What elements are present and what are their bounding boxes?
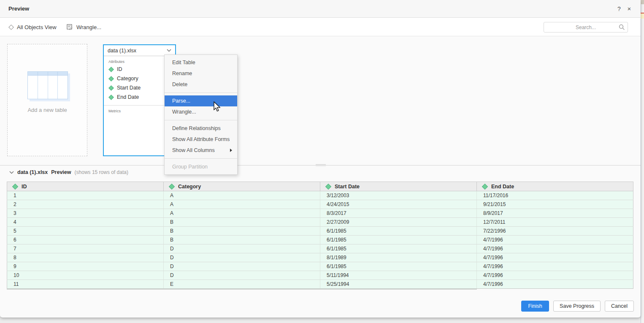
table-cell: 6/1/1985 xyxy=(320,236,477,244)
table-cell: A xyxy=(164,209,320,218)
preview-data-table: IDCategoryStart DateEnd Date 1A3/12/2003… xyxy=(7,182,633,289)
menu-item-show-all-attribute-forms[interactable]: Show All Attribute Forms xyxy=(165,134,237,145)
column-header-label: Category xyxy=(178,184,201,190)
preview-label: Preview xyxy=(51,169,71,175)
save-progress-button[interactable]: Save Progress xyxy=(553,301,601,312)
table-cell: B xyxy=(164,227,320,236)
table-row[interactable]: 4B2/27/200912/7/2011 xyxy=(7,218,633,227)
table-cell: B xyxy=(164,218,320,227)
menu-item-label: Rename xyxy=(172,68,237,79)
table-cell: A xyxy=(164,200,320,209)
table-cell: D xyxy=(164,244,320,253)
table-cell: 4/7/1996 xyxy=(477,244,633,253)
table-row[interactable]: 8D8/1/19894/7/1996 xyxy=(7,253,633,262)
table-row[interactable]: 6B6/1/19854/7/1996 xyxy=(7,236,633,244)
column-header-start-date[interactable]: Start Date xyxy=(320,182,477,191)
table-row[interactable]: 2A4/24/20159/21/2015 xyxy=(7,200,633,209)
menu-item-label: Show All Attribute Forms xyxy=(172,134,237,145)
column-header-end-date[interactable]: End Date xyxy=(477,182,633,191)
cancel-button[interactable]: Cancel xyxy=(605,301,634,312)
attribute-diamond-icon xyxy=(482,183,488,189)
table-row[interactable]: 7D6/1/19854/7/1996 xyxy=(7,244,633,253)
add-table-label: Add a new table xyxy=(8,107,87,113)
menu-item-label: Parse... xyxy=(172,95,237,106)
table-cell: 4/7/1996 xyxy=(477,236,633,244)
attribute-label: ID xyxy=(117,66,122,72)
table-card-name: data (1).xlsx xyxy=(108,48,167,54)
table-cell: 11/17/2016 xyxy=(477,191,633,200)
table-row[interactable]: 10D5/11/19944/7/1996 xyxy=(7,271,633,280)
menu-item-wrangle[interactable]: Wrangle... xyxy=(165,106,237,117)
collapse-chevron-icon[interactable] xyxy=(9,171,14,174)
wrangle-label: Wrangle... xyxy=(76,24,101,30)
table-cell: 4/24/2015 xyxy=(320,200,477,209)
underlying-page-fragment xyxy=(641,0,644,4)
help-icon[interactable]: ? xyxy=(615,5,623,13)
menu-separator xyxy=(165,120,237,120)
attribute-diamond-icon xyxy=(108,76,114,81)
column-header-label: Start Date xyxy=(335,184,360,190)
menu-item-parse[interactable]: Parse... xyxy=(165,95,237,106)
search-icon[interactable] xyxy=(619,24,625,30)
column-header-label: End Date xyxy=(491,184,514,190)
preview-table-name: data (1).xlsx xyxy=(17,169,48,175)
table-cell: E xyxy=(164,280,320,289)
table-row[interactable]: 3A8/3/20178/9/2017 xyxy=(7,209,633,218)
table-cell: 11 xyxy=(7,280,164,289)
table-cell: 3 xyxy=(7,209,164,218)
attribute-diamond-icon xyxy=(169,183,175,189)
table-cell: 4/7/1996 xyxy=(477,280,633,289)
table-cell: 2/27/2009 xyxy=(320,218,477,227)
table-cell: 6/1/1985 xyxy=(320,227,477,236)
table-cell: 9 xyxy=(7,262,164,271)
menu-item-edit-table[interactable]: Edit Table xyxy=(165,57,237,68)
dialog-title: Preview xyxy=(8,5,29,12)
table-header-row: IDCategoryStart DateEnd Date xyxy=(7,182,633,191)
splitter-drag-handle[interactable] xyxy=(316,163,326,167)
close-icon[interactable]: × xyxy=(625,5,633,13)
submenu-arrow-icon xyxy=(230,149,232,152)
attribute-label: Category xyxy=(117,76,138,81)
table-cell: 4/7/1996 xyxy=(477,253,633,262)
preview-dialog: Preview ? × All Objects View Wrangle... xyxy=(0,0,641,318)
menu-item-label: Delete xyxy=(172,79,237,90)
table-cell: 9/21/2015 xyxy=(477,200,633,209)
attribute-diamond-icon xyxy=(108,67,114,72)
dialog-footer: Finish Save Progress Cancel xyxy=(521,301,634,312)
menu-item-show-all-columns[interactable]: Show All Columns xyxy=(165,145,237,156)
all-objects-view-button[interactable]: All Objects View xyxy=(9,18,57,36)
column-header-id[interactable]: ID xyxy=(7,182,164,191)
table-cell: 4 xyxy=(7,218,164,227)
table-cell: 7/22/1996 xyxy=(477,227,633,236)
column-header-category[interactable]: Category xyxy=(164,182,320,191)
menu-item-label: Wrangle... xyxy=(172,106,237,117)
table-placeholder-icon xyxy=(27,71,68,99)
finish-button[interactable]: Finish xyxy=(521,301,549,312)
dialog-titlebar: Preview ? × xyxy=(0,0,641,18)
chevron-down-icon xyxy=(167,49,171,52)
search-box xyxy=(544,22,628,33)
menu-item-rename[interactable]: Rename xyxy=(165,68,237,79)
menu-item-group-partition: Group Partition xyxy=(165,161,237,172)
attribute-diamond-icon xyxy=(325,183,331,189)
horizontal-scrollbar-track[interactable] xyxy=(7,289,477,290)
table-cell: D xyxy=(164,262,320,271)
all-objects-view-label: All Objects View xyxy=(17,24,57,30)
search-input[interactable] xyxy=(544,22,628,33)
menu-item-delete[interactable]: Delete xyxy=(165,79,237,90)
table-cell: 5 xyxy=(7,227,164,236)
wrangle-button[interactable]: Wrangle... xyxy=(67,18,101,36)
table-cell: 2 xyxy=(7,200,164,209)
add-new-table-dropzone[interactable]: Add a new table xyxy=(7,44,87,156)
table-cell: 7 xyxy=(7,244,164,253)
table-row[interactable]: 1A3/12/200311/17/2016 xyxy=(7,191,633,200)
table-cell: 12/7/2011 xyxy=(477,218,633,227)
table-row[interactable]: 5B6/1/19857/22/1996 xyxy=(7,227,633,236)
underlying-page-fragment xyxy=(641,13,644,19)
menu-item-define-relationships[interactable]: Define Relationships xyxy=(165,123,237,134)
table-cell: 8 xyxy=(7,253,164,262)
underlying-page-edge xyxy=(641,0,644,323)
table-row[interactable]: 11E5/25/19944/7/1996 xyxy=(7,280,633,289)
table-row[interactable]: 9D6/1/19854/7/1996 xyxy=(7,262,633,271)
menu-item-label: Group Partition xyxy=(172,161,237,172)
